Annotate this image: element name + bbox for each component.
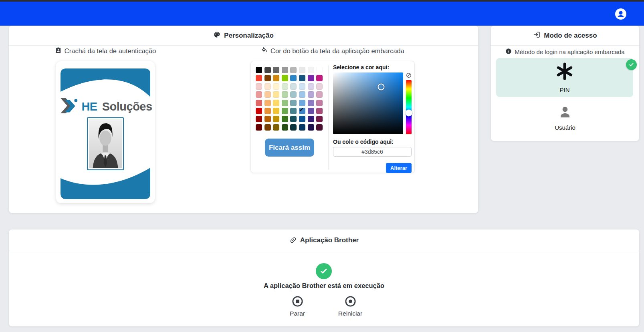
restart-action-label: Reiniciar: [338, 310, 362, 317]
palette-swatch[interactable]: [290, 75, 297, 81]
access-option-user[interactable]: Usuário: [491, 104, 639, 131]
palette-swatch[interactable]: [282, 67, 288, 73]
palette-swatch[interactable]: [273, 83, 279, 90]
palette-swatch[interactable]: [308, 67, 314, 73]
color-palette-grid: ✔: [256, 67, 323, 131]
restart-action-button[interactable]: Reiniciar: [328, 296, 372, 317]
asterisk-icon: [555, 62, 574, 82]
user-option-label: Usuário: [555, 124, 575, 131]
palette-swatch[interactable]: [299, 91, 305, 98]
palette-swatch[interactable]: [299, 75, 305, 81]
palette-icon: [213, 31, 221, 40]
palette-swatch[interactable]: [308, 100, 314, 106]
palette-swatch[interactable]: [290, 116, 297, 122]
palette-swatch[interactable]: [256, 83, 262, 90]
palette-swatch[interactable]: [256, 108, 262, 114]
palette-swatch[interactable]: [282, 108, 288, 114]
palette-swatch[interactable]: [282, 116, 288, 122]
account-button[interactable]: [615, 8, 626, 20]
palette-swatch[interactable]: [282, 83, 288, 90]
palette-swatch[interactable]: [256, 124, 262, 131]
stop-action-button[interactable]: Parar: [275, 296, 319, 317]
palette-swatch[interactable]: [264, 83, 271, 90]
palette-swatch[interactable]: [308, 116, 314, 122]
personalization-title: Personalização: [224, 32, 274, 40]
palette-swatch[interactable]: [264, 91, 271, 98]
stop-circle-icon: [292, 296, 303, 309]
palette-swatch[interactable]: [273, 75, 279, 81]
palette-swatch[interactable]: [256, 116, 262, 122]
info-icon: [505, 48, 512, 56]
palette-swatch[interactable]: [256, 91, 262, 98]
apply-color-button[interactable]: Alterar: [386, 163, 412, 173]
logo-text-primary: HE: [81, 100, 97, 113]
badge-section-label-row: Crachá da tela de autenticação: [48, 47, 163, 55]
saturation-panel[interactable]: [333, 72, 403, 134]
record-circle-icon: [345, 296, 356, 309]
selected-swatch-check: ✔: [299, 106, 304, 113]
access-option-pin[interactable]: PIN: [496, 58, 633, 97]
palette-swatch[interactable]: [290, 67, 297, 73]
palette-swatch[interactable]: [316, 100, 323, 106]
hex-code-input[interactable]: [333, 147, 412, 157]
palette-swatch[interactable]: [316, 75, 323, 81]
palette-swatch[interactable]: [316, 91, 323, 98]
palette-swatch[interactable]: [290, 91, 297, 98]
saturation-cursor[interactable]: [378, 84, 385, 91]
palette-swatch[interactable]: [264, 75, 271, 81]
brother-header: Aplicação Brother: [9, 229, 639, 251]
palette-swatch[interactable]: [316, 83, 323, 90]
brother-status-message: A aplicação Brother está em execução: [9, 282, 639, 290]
palette-swatch[interactable]: [299, 83, 305, 90]
hue-slider-thumb[interactable]: [406, 110, 412, 117]
palette-swatch[interactable]: [273, 108, 279, 114]
palette-swatch[interactable]: [308, 75, 314, 81]
palette-swatch[interactable]: [316, 108, 323, 114]
palette-swatch[interactable]: [282, 91, 288, 98]
brother-app-card: Aplicação Brother A aplicação Brother es…: [9, 229, 639, 326]
logo-text-secondary: Soluções: [102, 100, 152, 113]
palette-swatch[interactable]: [299, 100, 305, 106]
palette-swatch[interactable]: [264, 108, 271, 114]
palette-swatch[interactable]: [282, 124, 288, 131]
palette-swatch[interactable]: [316, 67, 323, 73]
palette-swatch[interactable]: [316, 116, 323, 122]
palette-swatch[interactable]: [273, 100, 279, 106]
palette-swatch[interactable]: [308, 108, 314, 114]
preview-color-button[interactable]: Ficará assim: [265, 139, 314, 157]
access-mode-card: Modo de acesso Método de login na aplica…: [491, 26, 639, 141]
palette-swatch[interactable]: [316, 124, 323, 131]
palette-swatch[interactable]: [299, 67, 305, 73]
personalization-card: Personalização Crachá da tela de autenti…: [9, 26, 478, 213]
palette-swatch[interactable]: [256, 100, 262, 106]
palette-swatch[interactable]: [308, 124, 314, 131]
badge-photo: [87, 117, 124, 170]
hue-slider[interactable]: [406, 80, 412, 134]
palette-swatch[interactable]: [256, 67, 262, 73]
palette-swatch[interactable]: [282, 75, 288, 81]
palette-swatch[interactable]: [273, 91, 279, 98]
palette-swatch[interactable]: [299, 116, 305, 122]
stop-action-label: Parar: [290, 310, 305, 317]
palette-swatch[interactable]: [282, 100, 288, 106]
palette-swatch[interactable]: [308, 91, 314, 98]
palette-swatch[interactable]: [273, 67, 279, 73]
palette-swatch[interactable]: [256, 75, 262, 81]
palette-swatch[interactable]: [290, 108, 297, 114]
palette-swatch[interactable]: [290, 83, 297, 90]
palette-swatch[interactable]: [273, 116, 279, 122]
paint-bucket-icon: [261, 47, 268, 55]
picker-divider: [328, 65, 329, 169]
palette-swatch[interactable]: [290, 124, 297, 131]
palette-swatch[interactable]: [273, 124, 279, 131]
palette-swatch[interactable]: [308, 83, 314, 90]
palette-swatch[interactable]: [264, 67, 271, 73]
palette-swatch[interactable]: [264, 116, 271, 122]
palette-swatch[interactable]: [299, 124, 305, 131]
palette-swatch[interactable]: ✔: [299, 108, 305, 114]
palette-swatch[interactable]: [290, 100, 297, 106]
palette-swatch[interactable]: [264, 100, 271, 106]
palette-swatch[interactable]: [264, 124, 271, 131]
company-logo: HE Soluções: [56, 97, 155, 116]
no-color-icon[interactable]: [406, 72, 412, 78]
